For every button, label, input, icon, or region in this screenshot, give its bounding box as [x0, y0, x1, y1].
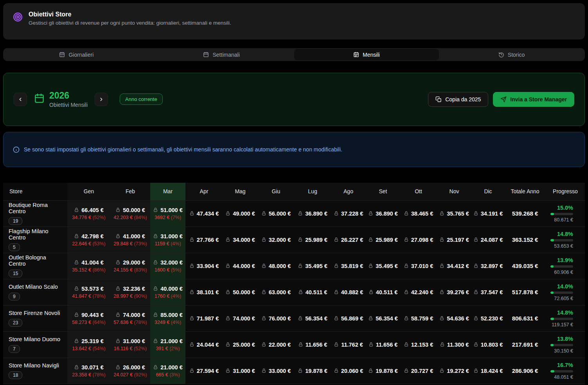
- header-text: Obiettivi Store Gestisci gli obiettivi d…: [29, 11, 231, 26]
- actual-value: 1760 €: [155, 293, 171, 299]
- target-value: 50.000 €: [233, 289, 255, 295]
- target-value: 54.636 €: [447, 315, 469, 322]
- month-target-cell: 39.276 €: [437, 279, 472, 305]
- actual-revenue: 58.273 € (64%): [67, 320, 110, 325]
- copy-from-previous-year-button[interactable]: Copia da 2025: [428, 92, 488, 107]
- target-value: 85.000 €: [160, 312, 182, 318]
- month-target-cell: 27.098 €: [400, 227, 437, 253]
- store-name: Store Milano Duomo: [9, 336, 62, 342]
- month-target-cell: 10.803 €: [472, 331, 504, 358]
- target-line: 11.300 €: [437, 342, 472, 348]
- column-header-mag: Mag: [223, 183, 258, 200]
- target-value: 37.010 €: [411, 263, 433, 269]
- target-line: 19.272 €: [437, 368, 472, 374]
- progress-bar: [550, 239, 573, 241]
- progress-amount: 30.150 €: [554, 348, 573, 354]
- target-line: 25.989 €: [294, 237, 331, 243]
- progress-bar-fill: [550, 213, 554, 215]
- target-value: 31.000 €: [233, 368, 255, 374]
- year-navigation: 2026 Obiettivi Mensili Anno corrente: [14, 91, 163, 108]
- target-line: 11.656 €: [366, 342, 400, 348]
- lock-icon: [189, 316, 194, 321]
- lock-icon: [473, 263, 478, 268]
- lock-icon: [261, 368, 266, 373]
- calendar-icon: [59, 52, 65, 58]
- month-target-cell: 35.495 €: [294, 253, 331, 279]
- actual-percent: (78%): [134, 320, 147, 325]
- lock-icon: [261, 211, 266, 216]
- lock-icon: [225, 290, 230, 295]
- lock-icon: [404, 368, 409, 373]
- target-value: 25.989 €: [376, 237, 397, 243]
- target-value: 33.904 €: [197, 263, 219, 269]
- actual-revenue: 23.358 € (78%): [67, 372, 110, 378]
- month-target-cell: 36.890 €: [294, 200, 331, 227]
- target-value: 38.465 €: [411, 210, 433, 217]
- target-value: 32.000 €: [160, 259, 182, 266]
- progress-cell: 15.0%80.671 €: [546, 200, 585, 227]
- total-year-cell: 806.631 €: [504, 305, 546, 331]
- target-value: 26.000 €: [123, 364, 145, 371]
- lock-icon: [439, 290, 444, 295]
- target-value: 56.000 €: [269, 210, 291, 217]
- column-header-store: Store: [3, 183, 67, 200]
- target-value: 58.759 €: [411, 315, 433, 322]
- table-row: Outlet Bologna Centro1541.004 €35.152 € …: [3, 253, 585, 279]
- target-line: 52.230 €: [472, 315, 504, 322]
- lock-icon: [189, 290, 194, 295]
- actual-value: 58.273 €: [72, 320, 92, 325]
- column-header-ago: Ago: [331, 183, 366, 200]
- actual-percent: (52%): [134, 346, 147, 351]
- target-line: 18.424 €: [472, 368, 504, 374]
- target-line: 42.240 €: [400, 289, 437, 295]
- tab-settimanali[interactable]: Settimanali: [149, 49, 294, 60]
- month-target-cell: 25.000 €: [223, 331, 258, 358]
- target-value: 41.004 €: [81, 259, 103, 266]
- target-line: 74.000 €: [110, 312, 150, 318]
- store-cell: Flagship Milano Centro5: [3, 227, 67, 253]
- next-year-button[interactable]: [95, 93, 108, 106]
- progress-amount: 53.653 €: [554, 243, 573, 249]
- actual-value: 22.646 €: [72, 241, 92, 246]
- progress-bar: [550, 344, 573, 346]
- target-value: 24.044 €: [197, 342, 219, 348]
- month-target-cell: 11.762 €: [331, 331, 366, 358]
- actual-value: 28.997 €: [113, 293, 134, 299]
- progress-cell: 14.8%119.157 €: [546, 305, 585, 331]
- actual-percent: (4%): [171, 241, 181, 246]
- month-target-cell: 33.904 €: [185, 253, 223, 279]
- tab-giornalieri[interactable]: Giornalieri: [4, 49, 149, 60]
- actual-percent: (64%): [92, 320, 105, 325]
- lock-icon: [334, 368, 339, 373]
- current-year: 2026: [49, 91, 88, 101]
- actual-revenue: 24.027 € (92%): [110, 372, 150, 378]
- month-target-cell: 37.547 €: [472, 279, 504, 305]
- send-to-store-manager-button[interactable]: Invia a Store Manager: [493, 92, 574, 107]
- lock-icon: [369, 342, 374, 347]
- month-target-cell: 32.000 €1600 € (5%): [150, 253, 185, 279]
- chevron-left-icon: [18, 97, 23, 102]
- month-target-cell: 40.511 €: [366, 279, 400, 305]
- previous-year-button[interactable]: [14, 93, 27, 106]
- target-line: 51.000 €: [150, 207, 185, 213]
- lock-icon: [298, 316, 303, 321]
- tab-mensili[interactable]: Mensili: [294, 49, 439, 60]
- tab-storico[interactable]: Storico: [439, 49, 584, 60]
- total-year-cell: 439.035 €: [504, 253, 546, 279]
- progress-wrap: 13.9%60.906 €: [546, 257, 573, 275]
- target-line: 37.547 €: [472, 289, 504, 295]
- table-row: Boutique Roma Centro1966.405 €34.776 € (…: [3, 200, 585, 227]
- progress-bar-fill: [550, 318, 554, 320]
- target-value: 11.762 €: [341, 342, 363, 348]
- target-value: 52.230 €: [481, 315, 503, 322]
- month-target-cell: 54.636 €: [437, 305, 472, 331]
- target-value: 27.594 €: [197, 368, 219, 374]
- actual-percent: (2%): [169, 346, 180, 351]
- target-value: 49.000 €: [233, 210, 255, 217]
- month-target-cell: 26.227 €: [331, 227, 366, 253]
- lock-icon: [368, 368, 373, 373]
- column-header-nov: Nov: [437, 183, 472, 200]
- column-header-feb: Feb: [110, 183, 150, 200]
- target-line: 40.000 €: [150, 286, 185, 292]
- target-line: 48.000 €: [258, 263, 294, 269]
